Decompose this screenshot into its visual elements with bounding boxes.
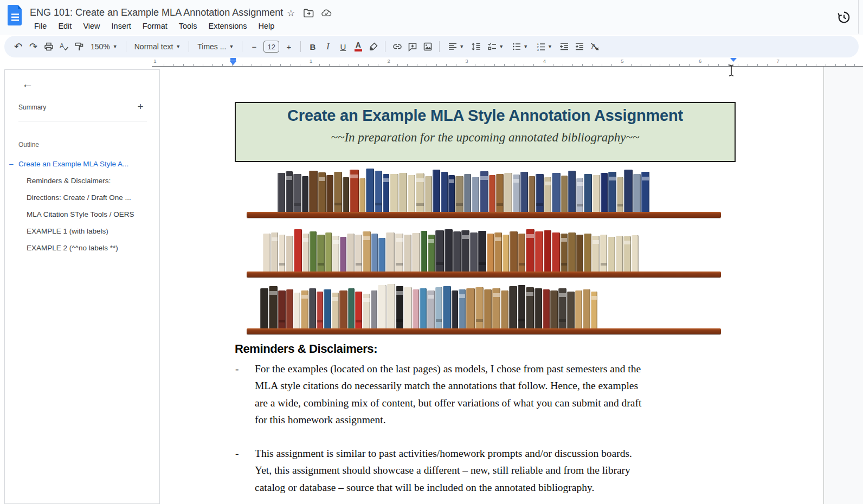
menu-view[interactable]: View: [78, 21, 105, 31]
book-spine: [552, 173, 561, 212]
paragraph-line[interactable]: MLA style citations do necessarily match…: [255, 377, 641, 394]
clear-formatting-button[interactable]: A: [587, 40, 602, 54]
menu-tools[interactable]: Tools: [174, 21, 202, 31]
book-spine: [263, 234, 271, 272]
book-spine: [513, 175, 520, 212]
font-select[interactable]: Times ...▼: [194, 40, 237, 54]
document-title[interactable]: ENG 101: Create an Example MLA Annotatio…: [30, 7, 283, 18]
insert-image-button[interactable]: [420, 40, 435, 54]
google-docs-icon[interactable]: [8, 5, 23, 25]
menu-bar: FileEditViewInsertFormatToolsExtensionsH…: [29, 21, 279, 31]
paragraph-line[interactable]: Yet, this assignment should showcase a d…: [255, 462, 632, 479]
add-comment-button[interactable]: [405, 40, 420, 54]
book-spine: [293, 174, 301, 212]
book-spine: [294, 293, 300, 328]
assignment-title-box[interactable]: Create an Example MLA Style Annotation A…: [235, 102, 736, 162]
left-indent-marker[interactable]: [230, 58, 237, 66]
book-spine: [504, 173, 512, 212]
menu-file[interactable]: File: [29, 21, 51, 31]
paragraph-line[interactable]: for this homework assignment.: [255, 411, 641, 428]
paragraph-line[interactable]: are a wide, combining mix of content, bu…: [255, 395, 641, 411]
paragraph-line[interactable]: catalog or database – source that will b…: [255, 479, 632, 496]
menu-edit[interactable]: Edit: [53, 21, 76, 31]
outline-item[interactable]: Directions: Create / Draft One ...: [5, 189, 159, 206]
toolbar-separator: [439, 41, 440, 52]
outline-item[interactable]: MLA Citation STyle Tools / OERS: [5, 206, 159, 223]
font-size-input[interactable]: 12: [263, 41, 279, 53]
spellcheck-button[interactable]: A: [56, 40, 71, 54]
summary-divider: [18, 121, 147, 121]
book-spine: [428, 235, 435, 272]
book-spine: [466, 288, 475, 328]
paragraph-line[interactable]: For the examples (located on the last pa…: [255, 360, 641, 377]
menu-extensions[interactable]: Extensions: [204, 21, 252, 31]
outline-item[interactable]: Reminders & Disclaimers:: [5, 172, 159, 189]
bookshelf-image[interactable]: [247, 167, 721, 336]
undo-button[interactable]: ↶: [11, 40, 25, 54]
line-spacing-button[interactable]: [468, 40, 483, 54]
book-spine: [470, 232, 478, 272]
redo-button[interactable]: ↷: [26, 40, 41, 54]
paint-format-button[interactable]: [72, 40, 86, 54]
italic-button[interactable]: I: [320, 40, 335, 54]
numbered-list-select[interactable]: 123 ▼: [532, 40, 556, 54]
ruler-number: 4: [543, 58, 546, 64]
menu-format[interactable]: Format: [138, 21, 172, 31]
bullet-paragraph[interactable]: -This assignment is similar to past acti…: [255, 445, 632, 496]
book-spine: [343, 177, 349, 212]
cloud-saved-icon[interactable]: [321, 8, 332, 18]
checklist-icon: [487, 42, 497, 51]
outline-label: Outline: [18, 141, 39, 148]
paragraph-line[interactable]: This assignment is similar to past activ…: [255, 445, 632, 462]
toolbar-separator: [385, 41, 385, 52]
menu-insert[interactable]: Insert: [107, 21, 136, 31]
book-spine: [601, 173, 608, 212]
toolbar-separator: [242, 41, 242, 52]
star-icon[interactable]: ☆: [286, 8, 296, 18]
move-folder-icon[interactable]: [304, 8, 314, 18]
book-spine: [543, 289, 550, 328]
increase-indent-button[interactable]: [572, 40, 587, 54]
decrease-font-size-button[interactable]: −: [247, 40, 261, 54]
book-spine: [616, 236, 623, 272]
bulleted-list-select[interactable]: ▼: [508, 40, 532, 54]
book-spine: [475, 287, 484, 328]
decrease-indent-button[interactable]: [557, 40, 571, 54]
add-summary-button[interactable]: +: [133, 99, 148, 114]
book-spine: [286, 171, 293, 212]
insert-link-button[interactable]: [390, 40, 404, 54]
paragraph-style-select[interactable]: Normal text▼: [131, 40, 185, 54]
book-spine: [617, 177, 623, 212]
version-history-icon[interactable]: [836, 10, 852, 25]
menu-help[interactable]: Help: [254, 21, 280, 31]
bold-button[interactable]: B: [305, 40, 320, 54]
bullet-paragraph[interactable]: -For the examples (located on the last p…: [255, 360, 641, 429]
outline-item[interactable]: –Create an Example MLA Style A...: [5, 156, 159, 172]
toolbar-separator: [126, 41, 126, 52]
book-spine: [443, 286, 451, 328]
book-spine: [520, 172, 528, 212]
book-spine: [286, 289, 293, 328]
book-spine: [518, 234, 525, 272]
book-spine: [568, 232, 576, 272]
reminders-heading[interactable]: Reminders & Disclaimers:: [235, 342, 377, 356]
assignment-subtitle[interactable]: ~~In preparation for the upcoming annota…: [236, 131, 735, 145]
assignment-title[interactable]: Create an Example MLA Style Annotation A…: [236, 107, 735, 125]
book-spine: [492, 288, 500, 328]
right-indent-marker[interactable]: [730, 58, 737, 62]
close-outline-button[interactable]: ←: [19, 75, 36, 93]
print-button[interactable]: [41, 40, 56, 54]
outline-item[interactable]: EXAMPLE 1 (with labels): [5, 223, 159, 240]
book-spine: [347, 234, 355, 272]
checklist-select[interactable]: ▼: [484, 40, 507, 54]
align-select[interactable]: ▼: [444, 40, 468, 54]
increase-font-size-button[interactable]: +: [281, 40, 296, 54]
underline-button[interactable]: U: [336, 40, 350, 54]
document-page[interactable]: Create an Example MLA Style Annotation A…: [160, 67, 823, 504]
book-spine: [326, 175, 333, 212]
outline-item[interactable]: EXAMPLE 2 (^^no labels **): [5, 240, 159, 256]
text-color-button[interactable]: A: [351, 40, 365, 54]
highlight-color-button[interactable]: [366, 40, 381, 54]
zoom-select[interactable]: 150%▼: [87, 40, 121, 54]
book-spine: [518, 285, 525, 328]
